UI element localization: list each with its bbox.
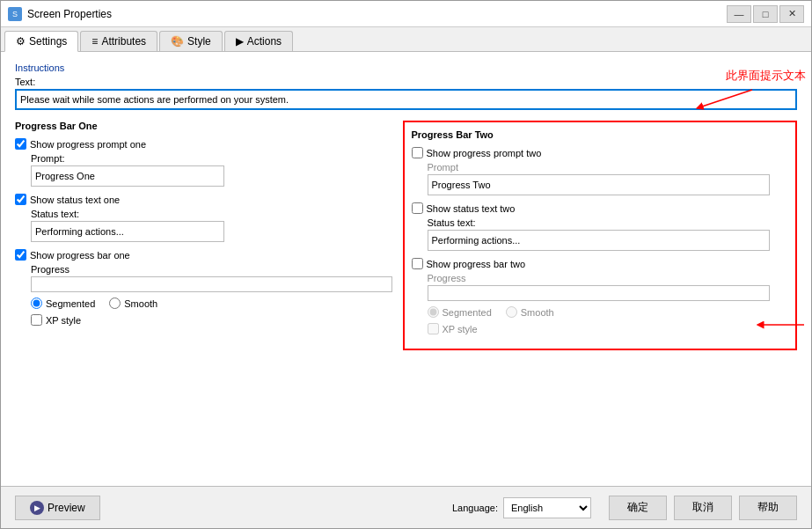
cancel-button[interactable]: 取消 — [674, 496, 732, 520]
progress-one-field: Progress Segmented Smooth — [15, 264, 392, 326]
show-progress-one-checkbox-label: Show progress bar one — [30, 250, 130, 261]
show-prompt-two-label: Show progress prompt two — [427, 148, 542, 158]
tab-attributes[interactable]: ≡ Attributes — [80, 31, 157, 51]
show-status-two-row: Show status text two — [412, 202, 789, 214]
language-select[interactable]: English Chinese French German — [503, 497, 591, 518]
settings-tab-icon: ⚙ — [16, 35, 26, 48]
progress-one-bar — [31, 276, 392, 292]
preview-button[interactable]: ▶ Preview — [15, 496, 100, 520]
instructions-section-label: Instructions — [15, 62, 797, 73]
segmented-one-row: Segmented — [31, 298, 95, 309]
segmented-two-row: Segmented — [428, 306, 492, 318]
show-status-two-checkbox[interactable] — [412, 202, 423, 214]
smooth-two-radio[interactable] — [506, 306, 517, 318]
title-bar-left: S Screen Properties — [8, 7, 112, 21]
progress-two-field: Progress Segmented Smooth — [412, 273, 789, 334]
title-buttons: — □ ✕ — [727, 5, 804, 23]
segmented-two-radio[interactable] — [428, 306, 439, 318]
tab-actions[interactable]: ▶ Actions — [224, 31, 293, 51]
preview-icon: ▶ — [30, 501, 44, 515]
attributes-tab-label: Attributes — [101, 35, 146, 48]
prompt-two-label: Prompt — [428, 162, 789, 173]
smooth-two-label: Smooth — [521, 307, 554, 318]
progress-two-title: Progress Bar Two — [412, 129, 789, 140]
show-progress-one-row: Show progress bar one — [15, 249, 392, 261]
tab-bar: ⚙ Settings ≡ Attributes 🎨 Style ▶ Action… — [1, 27, 811, 52]
smooth-one-row: Smooth — [109, 298, 157, 309]
progress-one-style-group: Segmented Smooth — [31, 298, 392, 309]
instructions-group: Instructions Text: 此界面提示文本 — [15, 62, 797, 110]
show-progress-two-checkbox[interactable] — [412, 258, 423, 269]
tab-settings[interactable]: ⚙ Settings — [4, 31, 78, 52]
main-window: S Screen Properties — □ ✕ ⚙ Settings ≡ A… — [0, 0, 812, 529]
footer: ▶ Preview Language: English Chinese Fren… — [1, 486, 811, 528]
settings-tab-label: Settings — [29, 35, 67, 48]
show-status-one-label: Show status text one — [30, 195, 120, 205]
show-prompt-one-row: Show progress prompt one — [15, 138, 392, 150]
show-prompt-one-label: Show progress prompt one — [30, 139, 146, 150]
status-two-input[interactable] — [428, 230, 771, 251]
smooth-two-row: Smooth — [506, 306, 554, 318]
xp-style-one-row: XP style — [31, 314, 392, 326]
help-button[interactable]: 帮助 — [739, 496, 797, 520]
show-status-one-checkbox[interactable] — [15, 194, 26, 205]
prompt-one-field: Prompt: — [15, 153, 392, 187]
window-icon: S — [8, 7, 22, 21]
title-bar: S Screen Properties — □ ✕ — [1, 1, 811, 27]
footer-right: Language: English Chinese French German … — [452, 496, 797, 520]
minimize-button[interactable]: — — [727, 5, 751, 23]
segmented-one-label: Segmented — [46, 298, 95, 309]
smooth-one-label: Smooth — [124, 298, 157, 309]
prompt-one-input[interactable] — [31, 165, 224, 187]
status-one-input[interactable] — [31, 221, 224, 242]
show-status-two-label: Show status text two — [427, 203, 516, 214]
xp-style-two-checkbox[interactable] — [428, 323, 439, 334]
actions-tab-icon: ▶ — [236, 35, 244, 48]
smooth-one-radio[interactable] — [109, 298, 121, 309]
progress-one-field-label: Progress — [31, 264, 392, 275]
text-field-label: Text: — [15, 77, 797, 87]
xp-style-two-row: XP style — [428, 323, 789, 334]
style-tab-label: Style — [187, 35, 211, 48]
show-prompt-two-checkbox[interactable] — [412, 147, 423, 158]
progress-two-style-group: Segmented Smooth — [428, 306, 789, 318]
show-prompt-one-checkbox[interactable] — [15, 138, 26, 150]
status-two-label: Status text: — [428, 217, 789, 228]
main-content: Instructions Text: 此界面提示文本 Progre — [1, 52, 811, 486]
progress-bar-one-panel: Progress Bar One Show progress prompt on… — [15, 121, 392, 350]
show-progress-two-checkbox-label: Show progress bar two — [427, 259, 526, 269]
xp-style-two-label: XP style — [443, 324, 478, 334]
tab-style[interactable]: 🎨 Style — [159, 31, 223, 51]
close-button[interactable]: ✕ — [779, 5, 804, 23]
show-prompt-two-row: Show progress prompt two — [412, 147, 789, 158]
prompt-one-label: Prompt: — [31, 153, 392, 164]
instructions-text-input[interactable] — [15, 89, 797, 110]
prompt-two-field: Prompt — [412, 162, 789, 195]
two-column-layout: Progress Bar One Show progress prompt on… — [15, 121, 797, 350]
window-title: Screen Properties — [27, 8, 112, 20]
preview-label: Preview — [48, 502, 85, 514]
maximize-button[interactable]: □ — [753, 5, 778, 23]
status-two-field: Status text: — [412, 217, 789, 251]
style-tab-icon: 🎨 — [171, 35, 184, 48]
xp-style-one-label: XP style — [46, 315, 81, 326]
language-row: Language: English Chinese French German — [452, 497, 591, 518]
status-one-field: Status text: — [15, 209, 392, 242]
segmented-one-radio[interactable] — [31, 298, 42, 309]
show-status-one-row: Show status text one — [15, 194, 392, 205]
prompt-two-input[interactable] — [428, 174, 771, 195]
status-one-label: Status text: — [31, 209, 392, 219]
progress-two-field-label: Progress — [428, 273, 789, 283]
actions-tab-label: Actions — [247, 35, 282, 48]
progress-two-bar — [428, 285, 771, 301]
segmented-two-label: Segmented — [443, 307, 492, 318]
footer-left: ▶ Preview — [15, 496, 100, 520]
xp-style-one-checkbox[interactable] — [31, 314, 42, 326]
progress-bar-two-panel: Progress Bar Two Show progress prompt tw… — [403, 121, 798, 350]
show-progress-two-row: Show progress bar two — [412, 258, 789, 269]
progress-one-title: Progress Bar One — [15, 121, 392, 131]
attributes-tab-icon: ≡ — [91, 35, 98, 48]
ok-button[interactable]: 确定 — [609, 496, 667, 520]
show-progress-one-checkbox[interactable] — [15, 249, 26, 261]
language-label: Language: — [452, 503, 498, 513]
